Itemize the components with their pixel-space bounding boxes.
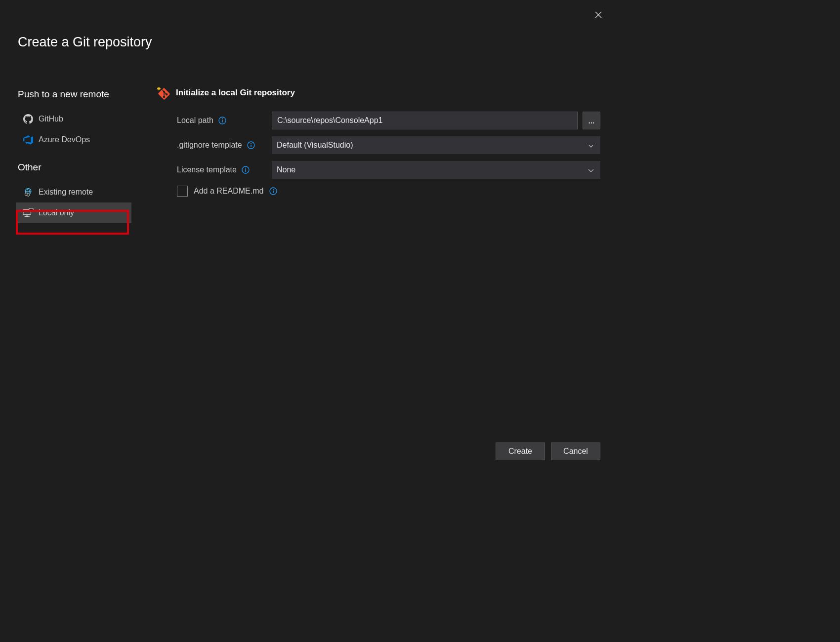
license-label: License template	[177, 165, 237, 174]
svg-point-20	[245, 168, 246, 169]
info-icon[interactable]	[218, 117, 226, 124]
gitignore-dropdown[interactable]: Default (VisualStudio)	[272, 136, 600, 154]
globe-link-icon	[23, 187, 34, 198]
gitignore-label: .gitignore template	[177, 141, 242, 150]
sidebar-item-github[interactable]: GitHub	[16, 109, 131, 129]
svg-rect-6	[26, 216, 28, 216]
form-row-readme: Add a README.md	[157, 186, 600, 197]
sidebar-heading-remote: Push to a new remote	[18, 89, 131, 100]
git-repository-icon	[157, 87, 169, 99]
cancel-button[interactable]: Cancel	[551, 442, 600, 460]
sidebar-item-existing-remote[interactable]: Existing remote	[16, 182, 131, 202]
main-header: Initialize a local Git repository	[157, 87, 600, 99]
svg-point-4	[27, 194, 30, 196]
sidebar-item-azure-devops[interactable]: Azure DevOps	[16, 129, 131, 150]
local-path-input[interactable]	[272, 112, 578, 129]
info-icon[interactable]	[247, 141, 255, 149]
dialog-footer: Create Cancel	[496, 442, 600, 460]
form-row-gitignore: .gitignore template Default (VisualStudi…	[157, 136, 600, 154]
svg-rect-18	[251, 145, 252, 147]
main-panel: Initialize a local Git repository Local …	[157, 87, 600, 197]
sidebar-item-label: Azure DevOps	[39, 135, 90, 144]
azure-devops-icon	[23, 134, 34, 145]
chevron-down-icon	[588, 165, 593, 174]
close-button[interactable]	[592, 9, 604, 21]
create-button[interactable]: Create	[496, 442, 545, 460]
readme-checkbox[interactable]	[177, 186, 188, 197]
svg-rect-8	[29, 208, 33, 211]
sidebar-heading-other: Other	[18, 162, 131, 173]
svg-point-23	[273, 189, 274, 190]
dialog-title: Create a Git repository	[18, 35, 152, 50]
chevron-down-icon	[588, 141, 593, 150]
sidebar-item-label: Existing remote	[39, 188, 93, 197]
github-icon	[23, 114, 34, 124]
sidebar-item-local-only[interactable]: Local only	[16, 202, 131, 223]
close-icon	[595, 11, 602, 18]
svg-rect-21	[245, 169, 246, 172]
sidebar-item-label: Local only	[39, 208, 74, 217]
svg-point-14	[222, 119, 223, 120]
form-row-license: License template None	[157, 161, 600, 179]
svg-rect-24	[273, 191, 274, 193]
form-row-local-path: Local path ...	[157, 112, 600, 129]
license-dropdown-value: None	[277, 165, 295, 174]
svg-rect-15	[222, 120, 223, 122]
local-computer-icon	[23, 207, 34, 218]
sidebar-item-label: GitHub	[39, 115, 63, 123]
info-icon[interactable]	[242, 166, 250, 174]
info-icon[interactable]	[269, 187, 277, 195]
svg-rect-7	[25, 216, 30, 217]
gitignore-dropdown-value: Default (VisualStudio)	[277, 141, 353, 150]
license-dropdown[interactable]: None	[272, 161, 600, 179]
browse-button[interactable]: ...	[583, 112, 600, 129]
main-heading: Initialize a local Git repository	[176, 88, 295, 98]
sidebar: Push to a new remote GitHub Azure DevOps…	[18, 89, 131, 223]
local-path-label: Local path	[177, 116, 213, 125]
readme-label: Add a README.md	[194, 187, 263, 196]
svg-point-17	[251, 143, 252, 144]
